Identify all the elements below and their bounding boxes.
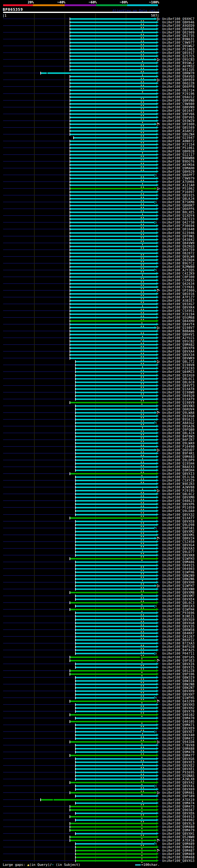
hit-bar[interactable] [70,249,156,251]
hit-label[interactable]: UniRef100_O48623 [162,499,195,502]
hit-label[interactable]: UniRef100_Q8VWK9 [162,356,195,360]
hit-bar[interactable] [70,660,156,661]
hit-label[interactable]: UniRef100_C5XKS5 [162,279,195,282]
hit-bar[interactable] [70,38,156,40]
hit-bar[interactable] [70,334,156,335]
hit-bar[interactable] [70,656,156,658]
hit-label[interactable]: UniRef100_Q84VW9 [162,241,195,245]
hit-label[interactable]: UniRef100_Q9M478 [162,750,195,754]
hit-label[interactable]: UniRef100_Q8VXH9 [162,689,195,693]
hit-bar[interactable] [76,409,156,410]
hit-label[interactable]: UniRef100_C4IZK9 [162,272,195,275]
hit-bar[interactable] [70,283,156,284]
hit-bar[interactable] [70,22,156,23]
hit-label[interactable]: UniRef100_B9DGT6 [162,160,195,163]
hit-label[interactable]: UniRef100_Q8VXG4 [162,544,195,547]
hit-bar[interactable] [70,55,156,57]
hit-label[interactable]: UniRef100_Q9M473 [162,805,195,808]
hit-bar[interactable] [76,724,156,726]
hit-bar[interactable] [76,711,156,712]
hit-bar[interactable] [70,181,156,183]
hit-bar[interactable] [70,157,156,159]
hit-label[interactable]: UniRef100_Q9LWA8 [162,411,195,414]
hit-bar[interactable] [76,466,156,468]
hit-label[interactable]: UniRef100_Q8VX35 [162,625,195,628]
hit-label[interactable]: UniRef100_Q8W2N7 [162,686,195,689]
hit-bar[interactable] [76,375,156,376]
hit-bar[interactable] [76,843,156,845]
hit-label[interactable]: UniRef100_P27154 [162,143,195,146]
hit-bar[interactable] [76,819,156,821]
hit-bar[interactable] [76,785,156,787]
hit-label[interactable]: UniRef100_Q8LKJ4 [162,197,195,200]
hit-bar[interactable] [76,677,156,678]
hit-bar[interactable] [70,327,156,329]
hit-bar[interactable] [76,731,156,733]
hit-label[interactable]: UniRef100_Q9LD98 [162,523,195,527]
hit-bar[interactable] [76,646,156,648]
hit-label[interactable]: UniRef100_Q8VXM7 [162,594,195,598]
hit-bar[interactable] [76,606,156,607]
hit-label[interactable]: UniRef100_O82724 [162,89,195,92]
hit-label[interactable]: UniRef100_Q8VXE2 [162,764,195,767]
hit-bar[interactable] [76,419,156,420]
hit-bar[interactable] [76,738,156,739]
hit-label[interactable]: UniRef100_C5X951 [162,309,195,313]
hit-bar[interactable] [76,717,156,719]
hit-label[interactable]: UniRef100_Q8VXH1 [162,832,195,835]
hit-label[interactable]: UniRef100_C5Z450 [162,540,195,544]
hit-bar[interactable] [76,555,156,556]
hit-bar[interactable] [70,270,156,271]
hit-label[interactable]: UniRef100_B9S6J1 [162,418,195,421]
hit-bar[interactable] [70,147,156,149]
hit-label[interactable]: UniRef100_Q8VXH7 [162,693,195,696]
hit-bar[interactable] [70,236,156,237]
hit-label[interactable]: UniRef100_UPI000.. [162,123,197,126]
hit-label[interactable]: UniRef100_Q8H1X3 [162,604,195,608]
hit-label[interactable]: UniRef100_A5BIE7 [162,299,195,302]
hit-bar[interactable] [76,595,156,597]
hit-bar[interactable] [70,228,156,230]
hit-label[interactable]: UniRef100_C9W977 [162,41,195,44]
hit-label[interactable]: UniRef100_Q9M488 [162,747,195,750]
hit-label[interactable]: UniRef100_Q93XG8 [162,414,195,418]
hit-label[interactable]: UniRef100_B8AEX3 [162,465,195,469]
hit-label[interactable]: UniRef100_P29193 [162,367,195,370]
hit-bar[interactable] [70,42,156,43]
hit-label[interactable]: UniRef100_O82072 [162,252,195,255]
hit-label[interactable]: UniRef100_Q6RUV4 [162,408,195,411]
hit-bar[interactable] [41,799,156,801]
hit-bar[interactable] [76,439,156,441]
hit-label[interactable]: UniRef100_B9I1U5 [162,68,195,71]
hit-bar[interactable] [70,782,156,783]
hit-bar[interactable] [70,96,156,98]
hit-bar[interactable] [70,341,156,342]
hit-bar[interactable] [70,202,156,203]
hit-label[interactable]: UniRef100_P93696 [162,611,195,615]
hit-bar[interactable] [70,293,156,295]
hit-label[interactable]: UniRef100_B9EZR3 [162,482,195,486]
hit-bar[interactable] [70,86,156,88]
hit-bar[interactable] [76,588,156,590]
hit-label[interactable]: UniRef100_A2YUJ1 [162,336,195,340]
hit-label[interactable]: UniRef100_Q8VXH3 [162,703,195,706]
hit-label[interactable]: UniRef100_Q198W0 [162,391,195,394]
hit-label[interactable]: UniRef100_Q9ZRQ4 [162,258,195,262]
hit-label[interactable]: UniRef100_Q8H945 [162,27,195,31]
hit-label[interactable]: UniRef100_C9W980 [162,102,195,105]
hit-label[interactable]: UniRef100_Q5GM68 [162,316,195,319]
hit-bar[interactable] [76,361,156,363]
hit-label[interactable]: UniRef100_Q8VXM2 [162,530,195,533]
hit-label[interactable]: UniRef100_Q8VXA3 [162,547,195,550]
hit-label[interactable]: UniRef100_Q9ZRQ3 [162,245,195,248]
hit-label[interactable]: UniRef100_Q8VXF8 [162,346,195,350]
hit-label[interactable]: UniRef100_Q69LW4 [162,255,195,258]
hit-bar[interactable] [76,666,156,668]
hit-bar[interactable] [76,453,156,454]
hit-bar[interactable] [70,208,156,210]
hit-label[interactable]: UniRef100_Q93WZ9 [162,119,195,123]
hit-label[interactable]: UniRef100_Q8VXE6 [162,812,195,815]
hit-label[interactable]: UniRef100_Q8VX41 [162,784,195,787]
hit-label[interactable]: UniRef100_Q9M469 [162,852,195,856]
hit-label[interactable]: UniRef100_B0LXE5 [162,211,195,214]
